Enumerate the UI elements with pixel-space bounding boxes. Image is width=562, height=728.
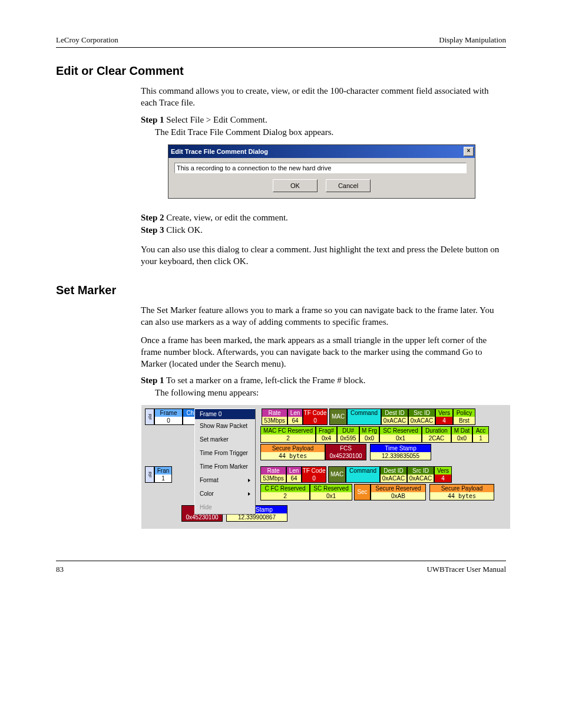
mfrg-header: M Frg [360,427,379,434]
destid-header: Dest ID [382,409,408,417]
len-header: Len [288,409,302,417]
len-header-2: Len [287,467,301,475]
payload-header: Secure Payload [261,444,325,452]
frag-value: 0x4 [316,434,336,442]
heading-set-marker: Set Marker [56,284,506,297]
duration-header: Duration [422,427,451,434]
rate-value-2: 53Mbps [261,475,286,482]
tfcode-header-2: TF Code [302,467,326,475]
scres-header: SC Reserved [380,427,421,434]
step3-label: Step 3 [141,225,164,235]
payload-value-2: 44 bytes [430,492,494,500]
ctx-time-from-marker[interactable]: Time From Marker [195,460,255,473]
ctx-format[interactable]: Format [195,473,255,487]
step1-label: Step 1 [141,115,164,124]
step2: Step 2 Create, view, or edit the comment… [141,213,506,223]
srcid-value: 0xACAC [409,417,435,424]
step1-sub: The Edit Trace File Comment Dialog box a… [155,127,506,137]
payload-header-2: Secure Payload [430,485,494,492]
ok-button[interactable]: OK [273,179,318,192]
rate-header-2: Rate [261,467,286,475]
len-value: 64 [288,417,302,424]
timestamp-header: Time Stamp [371,444,431,452]
srcid-header-2: Src ID [408,467,434,475]
frag-header: Frag# [316,427,336,434]
ctx-show-raw-packet[interactable]: Show Raw Packet [195,419,255,433]
destid-header-2: Dest ID [381,467,406,475]
set-marker-p1: The Set Marker feature allows you to mar… [141,304,506,328]
ctx-color[interactable]: Color [195,487,255,500]
mdat-header: M Dat [452,427,472,434]
footer-rule [56,561,506,561]
sec-label: Sec [354,484,371,500]
step2-text: Create, view, or edit the comment. [166,213,287,222]
header-product: LeCroy Corporation [56,35,118,45]
cfc-value: 2 [261,492,309,500]
footer-page: 83 [56,565,64,574]
acc-header: Acc [473,427,488,434]
header-chapter: Display Manipulation [439,35,506,45]
duration-value: 2CAC [422,434,451,442]
footer-doc: UWBTracer User Manual [427,565,506,574]
set-marker-p2: Once a frame has been marked, the mark a… [141,334,506,370]
fcs-value: 0x45230100 [326,452,366,460]
secres-value: 0xAB [371,492,425,500]
fcs-header: FCS [326,444,366,452]
tfcode-value-2: 0 [302,475,326,482]
step3: Step 3 Click OK. [141,225,506,235]
mac-label: MAC [329,409,347,425]
mac-label-2: MAC [328,466,346,483]
timestamp-value: 12.339835055 [371,452,431,460]
vers-header-2: Vers [435,467,451,475]
dialog-titlebar: Edit Trace File Comment Dialog × [168,145,475,158]
rate-value: 53Mbps [262,417,287,424]
edit-comment-dialog: Edit Trace File Comment Dialog × OK Canc… [168,144,475,199]
close-icon[interactable]: × [464,147,474,156]
tfcode-header: TF Code [303,409,327,417]
mfrg-value: 0x0 [360,434,379,442]
cancel-button[interactable]: Cancel [326,179,371,192]
step2-label: Step 2 [141,213,164,222]
scres-header-2: SC Reserved [310,485,352,492]
payload-value: 44 bytes [261,452,325,460]
doc-note: You can also use this dialog to clear a … [141,243,506,268]
policy-value: Brst [454,417,475,424]
destid-value-2: 0xACAC [381,475,406,482]
destid-value: 0xACAC [382,417,408,424]
set-marker-step1-text: To set a marker on a frame, left-click t… [166,375,365,385]
secres-header: Secure Reserved [371,485,425,492]
scres-value-2: 0x1 [310,492,352,500]
comment-input[interactable] [174,163,467,173]
len-value-2: 64 [287,475,301,482]
cfc-header: C FC Reserved [261,485,309,492]
chevron-right-icon [248,479,250,482]
macfc-header: MAC FC Reserved [261,427,315,434]
ctx-hide: Hide [195,500,255,514]
frame-context-menu: Frame 0 Show Raw Packet Set marker Time … [194,409,256,515]
header-rule [56,47,506,48]
du-header: DU# [338,427,359,434]
heading-edit-comment: Edit or Clear Comment [56,64,506,78]
srcid-value-2: 0xACAC [408,475,434,482]
frame-value[interactable]: 0 [155,417,182,424]
step3-text: Click OK. [166,225,203,235]
page-header: LeCroy Corporation Display Manipulation [56,35,506,45]
vers-header: Vers [436,409,452,417]
srcid-header: Src ID [409,409,435,417]
frame-value-2[interactable]: 1 [155,475,171,482]
step1: Step 1 Select File > Edit Comment. [141,115,506,125]
policy-header: Policy [454,409,475,417]
command-header: Command [348,409,381,417]
scres-value: 0x1 [380,434,421,442]
set-marker-step1: Step 1 To set a marker on a frame, left-… [141,375,506,386]
tfcode-value: 0 [303,417,327,424]
step1-text: Select File > Edit Comment. [166,115,267,124]
frame-header: Frame [155,409,182,417]
chevron-right-icon [248,492,250,496]
du-value: 0x595 [338,434,359,442]
frame-header-2: Fran [155,467,171,475]
rf-indicator: RF [145,409,154,425]
trace-viewer-figure: RF Frame 0 Ch Rate 53Mbps Len 64 [141,405,510,529]
ctx-set-marker[interactable]: Set marker [195,433,255,446]
ctx-time-from-trigger[interactable]: Time From Trigger [195,446,255,460]
